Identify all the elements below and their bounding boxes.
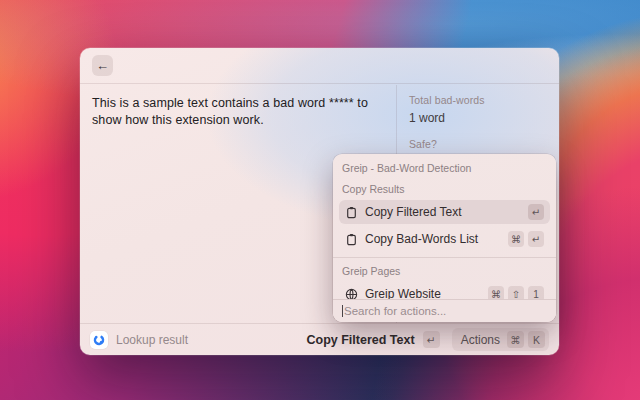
actions-button-label: Actions bbox=[461, 333, 500, 347]
actions-search-bar bbox=[333, 299, 556, 322]
metadata-value: 1 word bbox=[409, 111, 547, 125]
action-item-copy-filtered-text[interactable]: Copy Filtered Text ↵ bbox=[339, 200, 550, 224]
text-caret bbox=[342, 305, 343, 317]
actions-popup: Greip - Bad-Word Detection Copy Results … bbox=[333, 154, 556, 322]
globe-icon bbox=[345, 288, 358, 300]
command-keycap: ⌘ bbox=[488, 286, 504, 299]
actions-search-input[interactable] bbox=[344, 305, 547, 317]
return-keycap: ↵ bbox=[423, 331, 440, 348]
section-label-greip-pages: Greip Pages bbox=[339, 260, 550, 279]
back-button[interactable]: ← bbox=[92, 55, 113, 76]
back-arrow-icon: ← bbox=[96, 58, 109, 73]
primary-action-button[interactable]: Copy Filtered Text bbox=[307, 333, 415, 347]
metadata-label: Safe? bbox=[409, 138, 547, 150]
popup-divider bbox=[333, 257, 556, 258]
action-item-greip-website[interactable]: Greip Website ⌘ ⇧ 1 bbox=[339, 282, 550, 299]
one-keycap: 1 bbox=[528, 286, 544, 299]
section-label-copy-results: Copy Results bbox=[339, 178, 550, 197]
shift-keycap: ⇧ bbox=[508, 286, 524, 299]
action-item-copy-bad-words-list[interactable]: Copy Bad-Words List ⌘ ↵ bbox=[339, 227, 550, 251]
action-item-label: Copy Bad-Words List bbox=[365, 232, 501, 246]
return-keycap: ↵ bbox=[528, 231, 544, 247]
clipboard-icon bbox=[345, 233, 358, 246]
clipboard-icon bbox=[345, 206, 358, 219]
k-keycap: K bbox=[528, 331, 545, 348]
greip-logo-icon bbox=[90, 331, 108, 349]
return-keycap: ↵ bbox=[528, 204, 544, 220]
action-item-label: Greip Website bbox=[365, 287, 481, 299]
sample-text: This is a sample text contains a bad wor… bbox=[92, 95, 384, 129]
command-title: Lookup result bbox=[116, 333, 188, 347]
metadata-label: Total bad-words bbox=[409, 94, 547, 106]
action-item-label: Copy Filtered Text bbox=[365, 205, 521, 219]
raycast-window: ← This is a sample text contains a bad w… bbox=[80, 48, 559, 355]
command-keycap: ⌘ bbox=[507, 331, 524, 348]
actions-button[interactable]: Actions ⌘ K bbox=[452, 328, 549, 351]
command-keycap: ⌘ bbox=[508, 231, 524, 247]
actions-list: Greip - Bad-Word Detection Copy Results … bbox=[333, 154, 556, 299]
popup-title: Greip - Bad-Word Detection bbox=[339, 154, 550, 178]
window-footer: Lookup result Copy Filtered Text ↵ Actio… bbox=[80, 323, 559, 355]
window-header: ← bbox=[80, 48, 559, 84]
